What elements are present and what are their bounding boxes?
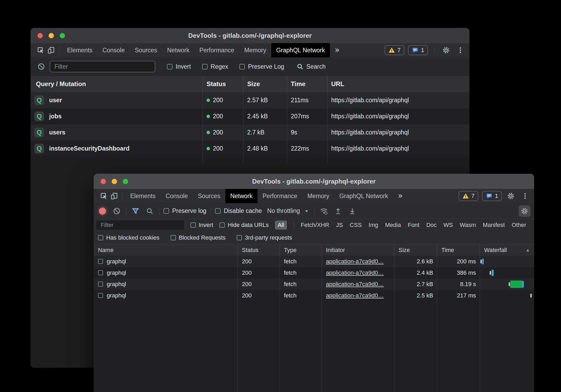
waterfall-cell[interactable] <box>480 290 534 301</box>
type-filter-ws[interactable]: WS <box>443 222 453 228</box>
export-har-icon[interactable] <box>347 206 357 216</box>
settings-gear-icon[interactable] <box>441 45 451 55</box>
column-header-size[interactable]: Size <box>394 244 437 256</box>
column-header-name[interactable]: Name <box>94 244 237 256</box>
warnings-badge[interactable]: 7 <box>459 191 478 201</box>
clear-icon[interactable] <box>36 61 46 72</box>
regex-checkbox[interactable]: Regex <box>202 63 228 70</box>
hide-data-urls-checkbox[interactable]: Hide data URLs <box>219 222 269 228</box>
column-header-query-mutation[interactable]: Query / Mutation <box>31 76 203 92</box>
third-party-requests-checkbox[interactable]: 3rd-party requests <box>237 234 292 241</box>
checkbox[interactable] <box>163 208 169 214</box>
clear-icon[interactable] <box>112 206 122 216</box>
row-checkbox[interactable] <box>98 259 103 264</box>
checkbox[interactable] <box>219 222 225 228</box>
column-header-initiator[interactable]: Initiator <box>321 244 394 256</box>
column-header-status[interactable]: Status <box>203 76 243 92</box>
device-toolbar-icon[interactable] <box>46 45 57 55</box>
request-row[interactable]: graphql 200 fetch application-a7ca9d0… 2… <box>94 256 534 267</box>
tab-elements[interactable]: Elements <box>125 189 161 203</box>
search-icon[interactable] <box>145 206 155 216</box>
close-button[interactable] <box>38 33 43 38</box>
tab-graphql-network[interactable]: GraphQL Network <box>271 43 330 57</box>
waterfall-cell[interactable] <box>480 256 534 267</box>
checkbox[interactable] <box>98 235 103 240</box>
checkbox[interactable] <box>237 235 242 240</box>
network-filter-input[interactable] <box>96 220 184 230</box>
type-filter-all[interactable]: All <box>275 221 287 230</box>
tab-performance[interactable]: Performance <box>258 189 302 203</box>
initiator-link[interactable]: application-a7ca9d0… <box>326 292 384 299</box>
more-tabs-icon[interactable] <box>393 192 407 200</box>
tab-sources[interactable]: Sources <box>130 43 162 57</box>
type-filter-img[interactable]: Img <box>368 222 378 228</box>
inspect-icon[interactable] <box>35 45 46 55</box>
record-icon[interactable] <box>99 208 106 214</box>
inspect-icon[interactable] <box>99 191 109 201</box>
minimize-button[interactable] <box>112 179 117 184</box>
column-header-type[interactable]: Type <box>279 244 321 256</box>
row-checkbox[interactable] <box>98 282 103 287</box>
type-filter-font[interactable]: Font <box>408 222 419 228</box>
filter-funnel-icon[interactable] <box>130 206 141 216</box>
checkbox[interactable] <box>202 64 208 69</box>
table-row[interactable]: Qusers 200 2.7 kB 9s https://gitlab.com/… <box>31 124 469 141</box>
tab-memory[interactable]: Memory <box>239 43 271 57</box>
graphql-filter-input[interactable] <box>50 61 155 72</box>
initiator-link[interactable]: application-a7ca9d0… <box>326 281 384 288</box>
minimize-button[interactable] <box>49 33 54 38</box>
type-filter-fetch-xhr[interactable]: Fetch/XHR <box>301 222 329 228</box>
throttling-select[interactable]: No throttling <box>266 207 310 214</box>
checkbox[interactable] <box>239 64 245 69</box>
tab-memory[interactable]: Memory <box>302 189 334 203</box>
table-row[interactable]: QinstanceSecurityDashboard 200 2.48 kB 2… <box>31 141 469 157</box>
type-filter-media[interactable]: Media <box>385 222 401 228</box>
invert-checkbox[interactable]: Invert <box>167 63 191 70</box>
search-toggle[interactable]: Search <box>296 63 326 70</box>
checkbox[interactable] <box>167 64 172 69</box>
zoom-button[interactable] <box>60 33 65 38</box>
waterfall-cell[interactable] <box>480 267 534 278</box>
tab-performance[interactable]: Performance <box>194 43 239 57</box>
tab-console[interactable]: Console <box>97 43 130 57</box>
preserve-log-checkbox[interactable]: Preserve Log <box>239 63 284 70</box>
type-filter-js[interactable]: JS <box>336 222 343 228</box>
table-row[interactable]: Quser 200 2.57 kB 211ms https://gitlab.c… <box>31 92 469 108</box>
device-toolbar-icon[interactable] <box>109 191 120 201</box>
tab-graphql-network[interactable]: GraphQL Network <box>334 189 393 203</box>
blocked-requests-checkbox[interactable]: Blocked Requests <box>171 234 226 241</box>
table-row[interactable]: Qjobs 200 2.45 kB 207ms https://gitlab.c… <box>31 108 469 124</box>
tab-sources[interactable]: Sources <box>193 189 225 203</box>
column-header-status[interactable]: Status <box>237 244 279 256</box>
tab-network[interactable]: Network <box>225 189 258 203</box>
row-checkbox[interactable] <box>98 293 103 298</box>
network-settings-gear-icon[interactable] <box>519 205 530 217</box>
checkbox[interactable] <box>190 222 196 228</box>
column-header-size[interactable]: Size <box>243 76 287 92</box>
settings-gear-icon[interactable] <box>506 191 516 201</box>
request-row[interactable]: graphql 200 fetch application-a7ca9d0… 2… <box>94 290 534 301</box>
issues-badge[interactable]: 1 <box>482 191 502 201</box>
column-header-time[interactable]: Time <box>437 244 480 256</box>
close-button[interactable] <box>101 179 106 184</box>
type-filter-css[interactable]: CSS <box>350 222 362 228</box>
type-filter-other[interactable]: Other <box>512 222 526 228</box>
request-row[interactable]: graphql 200 fetch application-a7ca9d0… 2… <box>94 278 534 290</box>
has-blocked-cookies-checkbox[interactable]: Has blocked cookies <box>98 234 160 241</box>
disable-cache-checkbox[interactable]: Disable cache <box>215 207 262 214</box>
zoom-button[interactable] <box>123 179 128 184</box>
row-checkbox[interactable] <box>98 270 103 275</box>
invert-checkbox[interactable]: Invert <box>190 222 213 228</box>
column-header-url[interactable]: URL <box>327 76 469 92</box>
tab-console[interactable]: Console <box>161 189 193 203</box>
preserve-log-checkbox[interactable]: Preserve log <box>163 207 206 214</box>
initiator-link[interactable]: application-a7ca9d0… <box>326 269 384 276</box>
checkbox[interactable] <box>215 208 221 214</box>
warnings-badge[interactable]: 7 <box>385 45 404 55</box>
more-tabs-icon[interactable] <box>330 46 344 54</box>
column-header-waterfall[interactable]: Waterfall ▲ <box>480 244 534 256</box>
tab-elements[interactable]: Elements <box>62 43 97 57</box>
kebab-menu-icon[interactable] <box>455 45 466 55</box>
network-conditions-icon[interactable] <box>319 206 329 216</box>
kebab-menu-icon[interactable] <box>520 191 530 201</box>
